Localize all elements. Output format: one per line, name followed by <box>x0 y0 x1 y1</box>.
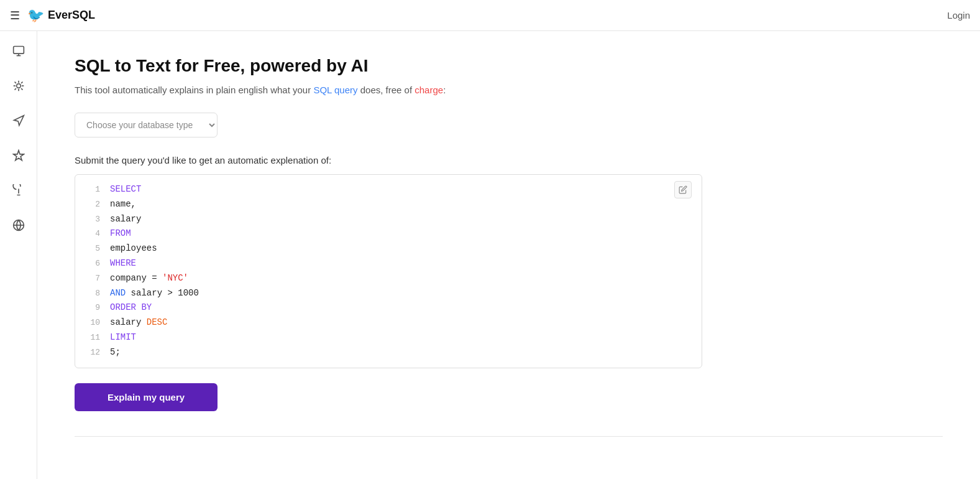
svg-line-6 <box>14 82 16 83</box>
explain-button[interactable]: Explain my query <box>75 383 218 411</box>
code-line-9: 9 ORDER BY <box>75 300 702 315</box>
line-num-9: 9 <box>85 301 100 315</box>
sidebar-monitor-icon[interactable] <box>9 41 29 61</box>
line-num-4: 4 <box>85 227 100 241</box>
code-company: company = 'NYC' <box>110 271 188 286</box>
line-num-8: 8 <box>85 287 100 300</box>
code-line-2: 2 name, <box>75 197 702 212</box>
code-where: WHERE <box>110 256 136 271</box>
subtitle-text1: This tool automatically explains in plai… <box>75 85 311 95</box>
code-line-4: 4 FROM <box>75 226 702 241</box>
code-line-12: 12 5; <box>75 345 702 360</box>
subtitle-sql-highlight: SQL query <box>313 85 357 95</box>
code-limit: LIMIT <box>110 330 136 345</box>
line-num-6: 6 <box>85 257 100 271</box>
sidebar-star-icon[interactable] <box>9 76 29 96</box>
code-orderby: ORDER BY <box>110 300 152 315</box>
line-num-7: 7 <box>85 272 100 286</box>
code-and-clause: AND salary > 1000 <box>110 286 199 301</box>
nav-left: ☰ 🐦 EverSQL <box>10 7 95 24</box>
subtitle-charge-highlight: charge <box>414 85 443 95</box>
code-content: 1 SELECT 2 name, 3 salary 4 FROM 5 emplo… <box>75 175 702 368</box>
page-subtitle: This tool automatically explains in plai… <box>75 85 943 95</box>
hamburger-menu[interactable]: ☰ <box>10 9 20 22</box>
svg-line-10 <box>14 88 16 90</box>
edit-query-button[interactable] <box>674 181 692 198</box>
code-line-8: 8 AND salary > 1000 <box>75 286 702 301</box>
database-type-select[interactable]: Choose your database type MySQL PostgreS… <box>75 113 218 137</box>
page-divider <box>75 436 943 437</box>
code-line-11: 11 LIMIT <box>75 330 702 345</box>
svg-line-11 <box>21 82 22 83</box>
code-line-1: 1 SELECT <box>75 182 702 197</box>
subtitle-text3: does, free of <box>360 85 412 95</box>
code-employees: employees <box>110 241 157 256</box>
svg-point-3 <box>16 84 21 88</box>
line-num-2: 2 <box>85 198 100 212</box>
code-from: FROM <box>110 226 131 241</box>
main-content: SQL to Text for Free, powered by AI This… <box>37 31 980 479</box>
code-select: SELECT <box>110 182 141 197</box>
nav-right: Login <box>947 10 970 21</box>
code-line-6: 6 WHERE <box>75 256 702 271</box>
sidebar-globe-icon[interactable] <box>9 215 29 235</box>
code-and-keyword: AND <box>110 288 126 298</box>
top-navigation: ☰ 🐦 EverSQL Login <box>0 0 980 31</box>
line-num-3: 3 <box>85 213 100 226</box>
code-line-5: 5 employees <box>75 241 702 256</box>
submit-label: Submit the query you'd like to get an au… <box>75 155 943 165</box>
login-button[interactable]: Login <box>947 10 970 21</box>
svg-line-7 <box>21 88 22 90</box>
code-line-10: 10 salary DESC <box>75 315 702 330</box>
brand-name: EverSQL <box>48 9 95 22</box>
sidebar-sparkle-icon[interactable] <box>9 146 29 165</box>
line-num-5: 5 <box>85 242 100 256</box>
subtitle-colon: : <box>443 85 446 95</box>
line-num-10: 10 <box>85 316 100 330</box>
sidebar <box>0 31 37 479</box>
brand-icon: 🐦 <box>27 7 44 24</box>
code-desc-keyword: DESC <box>147 317 168 327</box>
line-num-11: 11 <box>85 331 100 345</box>
code-salary-desc: salary DESC <box>110 315 167 330</box>
code-line-7: 7 company = 'NYC' <box>75 271 702 286</box>
sidebar-lightbulb-icon[interactable] <box>9 180 29 200</box>
line-num-12: 12 <box>85 346 100 360</box>
line-num-1: 1 <box>85 183 100 197</box>
page-title: SQL to Text for Free, powered by AI <box>75 56 943 76</box>
brand-logo: 🐦 EverSQL <box>27 7 95 24</box>
sidebar-megaphone-icon[interactable] <box>9 111 29 131</box>
code-limit-value: 5; <box>110 345 121 360</box>
svg-rect-0 <box>13 47 24 54</box>
sql-code-editor[interactable]: 1 SELECT 2 name, 3 salary 4 FROM 5 emplo… <box>75 174 702 368</box>
code-line-3: 3 salary <box>75 212 702 227</box>
code-salary: salary <box>110 212 141 227</box>
code-nyc-string: 'NYC' <box>162 273 188 283</box>
code-name: name, <box>110 197 136 212</box>
